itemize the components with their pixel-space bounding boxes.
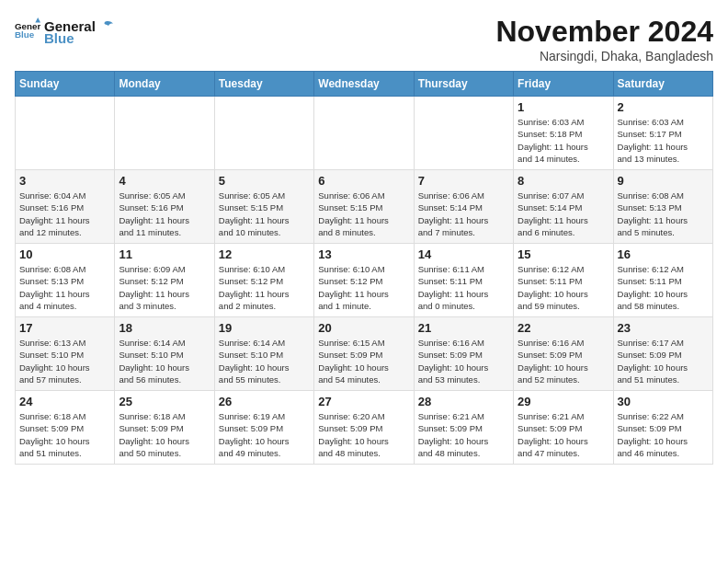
calendar-cell: 25Sunrise: 6:18 AM Sunset: 5:09 PM Dayli… — [115, 391, 214, 465]
day-info: Sunrise: 6:18 AM Sunset: 5:09 PM Dayligh… — [19, 410, 110, 459]
header-row: SundayMondayTuesdayWednesdayThursdayFrid… — [16, 72, 713, 97]
day-info: Sunrise: 6:12 AM Sunset: 5:11 PM Dayligh… — [518, 263, 609, 312]
week-row-3: 10Sunrise: 6:08 AM Sunset: 5:13 PM Dayli… — [16, 244, 713, 317]
day-info: Sunrise: 6:16 AM Sunset: 5:09 PM Dayligh… — [418, 337, 509, 385]
day-number: 11 — [119, 247, 210, 261]
day-number: 13 — [318, 247, 409, 261]
calendar-table: SundayMondayTuesdayWednesdayThursdayFrid… — [15, 71, 713, 465]
day-number: 4 — [119, 174, 210, 188]
day-number: 15 — [518, 247, 609, 261]
day-info: Sunrise: 6:14 AM Sunset: 5:10 PM Dayligh… — [119, 337, 210, 385]
calendar-cell: 1Sunrise: 6:03 AM Sunset: 5:18 PM Daylig… — [514, 97, 613, 170]
header-sunday: Sunday — [16, 72, 115, 97]
day-number: 3 — [19, 174, 110, 188]
calendar-body: 1Sunrise: 6:03 AM Sunset: 5:18 PM Daylig… — [16, 97, 713, 465]
calendar-cell: 15Sunrise: 6:12 AM Sunset: 5:11 PM Dayli… — [514, 244, 613, 317]
calendar-cell: 29Sunrise: 6:21 AM Sunset: 5:09 PM Dayli… — [514, 391, 613, 465]
calendar-cell: 5Sunrise: 6:05 AM Sunset: 5:15 PM Daylig… — [214, 170, 313, 244]
calendar-cell: 3Sunrise: 6:04 AM Sunset: 5:16 PM Daylig… — [16, 170, 115, 244]
week-row-1: 1Sunrise: 6:03 AM Sunset: 5:18 PM Daylig… — [16, 97, 713, 170]
day-info: Sunrise: 6:13 AM Sunset: 5:10 PM Dayligh… — [19, 337, 110, 385]
day-number: 9 — [618, 174, 709, 188]
day-info: Sunrise: 6:05 AM Sunset: 5:15 PM Dayligh… — [219, 190, 310, 238]
calendar-cell: 6Sunrise: 6:06 AM Sunset: 5:15 PM Daylig… — [314, 170, 414, 244]
day-number: 14 — [418, 247, 509, 261]
svg-marker-2 — [35, 17, 40, 23]
calendar-cell: 8Sunrise: 6:07 AM Sunset: 5:14 PM Daylig… — [514, 170, 613, 244]
day-number: 16 — [618, 247, 709, 261]
day-number: 7 — [418, 174, 509, 188]
day-number: 26 — [219, 395, 310, 408]
day-info: Sunrise: 6:03 AM Sunset: 5:18 PM Dayligh… — [518, 116, 609, 165]
calendar-cell: 30Sunrise: 6:22 AM Sunset: 5:09 PM Dayli… — [613, 391, 712, 465]
calendar-cell: 4Sunrise: 6:05 AM Sunset: 5:16 PM Daylig… — [115, 170, 214, 244]
calendar-cell: 13Sunrise: 6:10 AM Sunset: 5:12 PM Dayli… — [314, 244, 414, 317]
calendar-cell: 12Sunrise: 6:10 AM Sunset: 5:12 PM Dayli… — [214, 244, 313, 317]
calendar-cell: 27Sunrise: 6:20 AM Sunset: 5:09 PM Dayli… — [314, 391, 414, 465]
calendar-cell: 16Sunrise: 6:12 AM Sunset: 5:11 PM Dayli… — [613, 244, 712, 317]
page-header: General Blue General Blue November 2024 … — [15, 15, 713, 63]
calendar-cell: 11Sunrise: 6:09 AM Sunset: 5:12 PM Dayli… — [115, 244, 214, 317]
day-number: 12 — [219, 247, 310, 261]
logo-icon: General Blue — [15, 17, 40, 43]
week-row-5: 24Sunrise: 6:18 AM Sunset: 5:09 PM Dayli… — [16, 391, 713, 465]
day-info: Sunrise: 6:21 AM Sunset: 5:09 PM Dayligh… — [418, 410, 509, 459]
day-number: 1 — [518, 100, 609, 114]
day-info: Sunrise: 6:14 AM Sunset: 5:10 PM Dayligh… — [219, 337, 310, 385]
calendar-cell: 28Sunrise: 6:21 AM Sunset: 5:09 PM Dayli… — [414, 391, 513, 465]
day-info: Sunrise: 6:06 AM Sunset: 5:15 PM Dayligh… — [318, 190, 409, 238]
logo-blue: Blue — [44, 30, 114, 46]
header-thursday: Thursday — [414, 72, 513, 97]
calendar-cell — [414, 97, 513, 170]
calendar-cell: 7Sunrise: 6:06 AM Sunset: 5:14 PM Daylig… — [414, 170, 513, 244]
calendar-cell — [16, 97, 115, 170]
day-number: 8 — [518, 174, 609, 188]
day-info: Sunrise: 6:08 AM Sunset: 5:13 PM Dayligh… — [19, 263, 110, 312]
day-info: Sunrise: 6:17 AM Sunset: 5:09 PM Dayligh… — [618, 337, 709, 385]
day-number: 18 — [119, 321, 210, 335]
day-number: 29 — [518, 395, 609, 408]
day-info: Sunrise: 6:19 AM Sunset: 5:09 PM Dayligh… — [219, 410, 310, 459]
calendar-title: November 2024 — [495, 15, 713, 49]
calendar-cell: 21Sunrise: 6:16 AM Sunset: 5:09 PM Dayli… — [414, 317, 513, 391]
day-info: Sunrise: 6:09 AM Sunset: 5:12 PM Dayligh… — [119, 263, 210, 312]
svg-text:Blue: Blue — [15, 29, 35, 40]
day-number: 2 — [618, 100, 709, 114]
day-info: Sunrise: 6:11 AM Sunset: 5:11 PM Dayligh… — [418, 263, 509, 312]
calendar-cell: 19Sunrise: 6:14 AM Sunset: 5:10 PM Dayli… — [214, 317, 313, 391]
day-info: Sunrise: 6:12 AM Sunset: 5:11 PM Dayligh… — [618, 263, 709, 312]
calendar-cell: 10Sunrise: 6:08 AM Sunset: 5:13 PM Dayli… — [16, 244, 115, 317]
day-info: Sunrise: 6:07 AM Sunset: 5:14 PM Dayligh… — [518, 190, 609, 238]
header-tuesday: Tuesday — [214, 72, 313, 97]
calendar-cell: 9Sunrise: 6:08 AM Sunset: 5:13 PM Daylig… — [613, 170, 712, 244]
day-number: 23 — [618, 321, 709, 335]
day-info: Sunrise: 6:10 AM Sunset: 5:12 PM Dayligh… — [318, 263, 409, 312]
day-number: 19 — [219, 321, 310, 335]
calendar-cell: 23Sunrise: 6:17 AM Sunset: 5:09 PM Dayli… — [613, 317, 712, 391]
header-monday: Monday — [115, 72, 214, 97]
day-number: 5 — [219, 174, 310, 188]
day-number: 21 — [418, 321, 509, 335]
calendar-cell: 18Sunrise: 6:14 AM Sunset: 5:10 PM Dayli… — [115, 317, 214, 391]
calendar-cell: 2Sunrise: 6:03 AM Sunset: 5:17 PM Daylig… — [613, 97, 712, 170]
day-number: 27 — [318, 395, 409, 408]
day-info: Sunrise: 6:03 AM Sunset: 5:17 PM Dayligh… — [618, 116, 709, 165]
day-info: Sunrise: 6:22 AM Sunset: 5:09 PM Dayligh… — [618, 410, 709, 459]
calendar-cell — [115, 97, 214, 170]
day-number: 10 — [19, 247, 110, 261]
day-info: Sunrise: 6:04 AM Sunset: 5:16 PM Dayligh… — [19, 190, 110, 238]
day-info: Sunrise: 6:21 AM Sunset: 5:09 PM Dayligh… — [518, 410, 609, 459]
day-number: 17 — [19, 321, 110, 335]
day-info: Sunrise: 6:08 AM Sunset: 5:13 PM Dayligh… — [618, 190, 709, 238]
day-number: 22 — [518, 321, 609, 335]
calendar-cell: 14Sunrise: 6:11 AM Sunset: 5:11 PM Dayli… — [414, 244, 513, 317]
header-friday: Friday — [514, 72, 613, 97]
day-number: 25 — [119, 395, 210, 408]
calendar-cell: 17Sunrise: 6:13 AM Sunset: 5:10 PM Dayli… — [16, 317, 115, 391]
calendar-cell — [314, 97, 414, 170]
day-info: Sunrise: 6:18 AM Sunset: 5:09 PM Dayligh… — [119, 410, 210, 459]
calendar-cell: 24Sunrise: 6:18 AM Sunset: 5:09 PM Dayli… — [16, 391, 115, 465]
day-info: Sunrise: 6:06 AM Sunset: 5:14 PM Dayligh… — [418, 190, 509, 238]
calendar-cell: 20Sunrise: 6:15 AM Sunset: 5:09 PM Dayli… — [314, 317, 414, 391]
day-number: 20 — [318, 321, 409, 335]
